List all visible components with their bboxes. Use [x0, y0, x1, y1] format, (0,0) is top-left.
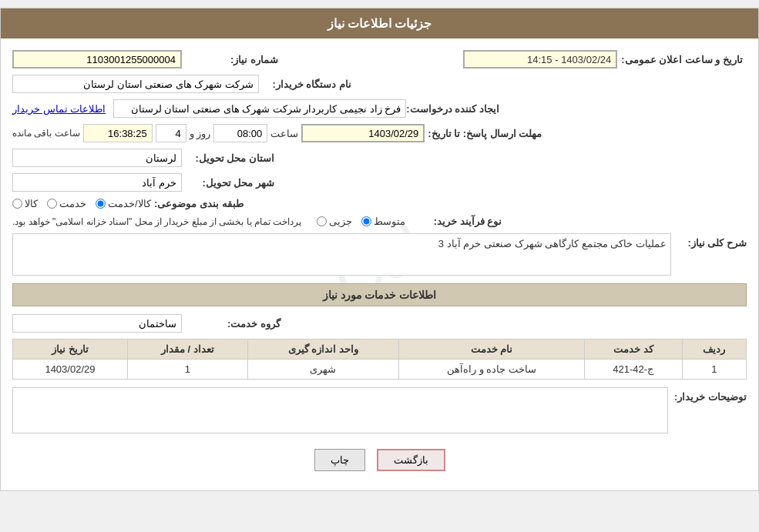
need-number-input	[12, 50, 182, 69]
service-info-title: اطلاعات خدمات مورد نیاز	[12, 283, 747, 306]
city-label: شهر محل تحویل:	[182, 177, 274, 189]
purchase-motavaset-label: متوسط	[374, 216, 405, 227]
category-khadamat-label: خدمت	[59, 198, 86, 209]
table-row: 1 ج-42-421 ساخت جاده و راه‌آهن شهری 1 14…	[13, 360, 747, 380]
city-input	[12, 173, 182, 192]
buyer-org-input	[12, 75, 259, 93]
deadline-label: مهلت ارسال پاسخ: تا تاریخ:	[428, 128, 542, 139]
category-label: طبقه بندی موضوعی:	[151, 198, 243, 209]
back-button[interactable]: بازگشت	[377, 449, 445, 471]
purchase-type-label: نوع فرآیند خرید:	[409, 216, 502, 227]
creator-label: ایجاد کننده درخواست:	[406, 103, 499, 115]
purchase-jozi-radio[interactable]	[317, 216, 327, 226]
purchase-type-radio-group: متوسط جزیی	[317, 216, 405, 227]
category-kala-khadamat-radio[interactable]	[96, 199, 106, 209]
category-khadamat-radio[interactable]	[47, 199, 57, 209]
creator-input	[113, 99, 406, 118]
purchase-motavaset-radio[interactable]	[361, 216, 371, 226]
category-kala-label: کالا	[25, 198, 38, 209]
cell-unit: شهری	[247, 360, 398, 380]
announce-datetime-value: 1403/02/24 - 14:15	[463, 50, 617, 69]
buyer-desc-box[interactable]	[12, 387, 668, 433]
purchase-type-note: پرداخت تمام یا بخشی از مبلغ خریدار از مح…	[12, 216, 301, 227]
col-quantity: تعداد / مقدار	[127, 340, 247, 360]
service-group-input	[12, 314, 182, 333]
print-button[interactable]: چاپ	[314, 449, 365, 471]
cell-row: 1	[682, 360, 746, 380]
deadline-remaining-label: ساعت باقی مانده	[12, 128, 80, 139]
province-label: استان محل تحویل:	[182, 152, 274, 164]
deadline-time-label: ساعت	[270, 128, 298, 139]
col-row: ردیف	[682, 340, 746, 360]
announce-datetime-label: تاریخ و ساعت اعلان عمومی:	[621, 54, 743, 65]
button-row: بازگشت چاپ	[12, 441, 747, 479]
category-radio-group: کالا/خدمت خدمت کالا	[12, 198, 151, 209]
description-content: عملیات خاکی مجتمع کارگاهی شهرک صنعتی خرم…	[12, 233, 671, 276]
purchase-jozi-label: جزیی	[329, 216, 352, 227]
col-name: نام خدمت	[398, 340, 584, 360]
category-kala-khadamat-label: کالا/خدمت	[108, 198, 151, 209]
service-group-label: گروه خدمت:	[188, 318, 280, 330]
description-label: شرح کلی نیاز:	[677, 233, 747, 249]
contact-link[interactable]: اطلاعات تماس خریدار	[12, 103, 106, 115]
category-kala-radio[interactable]	[12, 199, 22, 209]
buyer-org-label: نام دستگاه خریدار:	[259, 79, 351, 90]
need-number-label: شماره نیاز:	[186, 54, 278, 65]
deadline-days-label: روز و	[190, 128, 211, 139]
cell-name: ساخت جاده و راه‌آهن	[398, 360, 584, 380]
deadline-days-input	[156, 124, 186, 142]
cell-quantity: 1	[127, 360, 247, 380]
col-unit: واحد اندازه گیری	[247, 340, 398, 360]
service-table: ردیف کد خدمت نام خدمت واحد اندازه گیری ت…	[12, 339, 747, 380]
cell-code: ج-42-421	[584, 360, 682, 380]
deadline-date-input	[301, 124, 425, 142]
col-date: تاریخ نیاز	[13, 340, 128, 360]
col-code: کد خدمت	[584, 340, 682, 360]
buyer-desc-label: توضیحات خریدار:	[674, 387, 747, 403]
deadline-remaining-time	[83, 124, 153, 142]
deadline-time-input	[213, 124, 267, 142]
page-title: جزئیات اطلاعات نیاز	[1, 8, 758, 38]
province-input	[12, 149, 182, 167]
cell-date: 1403/02/29	[13, 360, 128, 380]
